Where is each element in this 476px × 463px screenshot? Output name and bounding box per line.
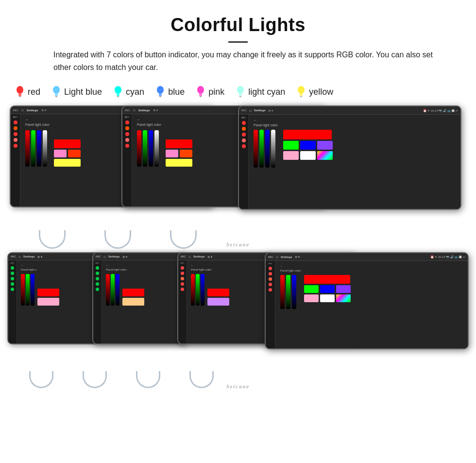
b1-home: ⌂ xyxy=(18,255,21,259)
t2-dot2 xyxy=(125,126,129,130)
b1-sw2 xyxy=(37,298,59,306)
b4-sl-r xyxy=(280,275,285,309)
svg-rect-7 xyxy=(117,94,119,96)
t3-dot5 xyxy=(242,144,246,148)
svg-rect-4 xyxy=(55,94,58,96)
color-label-red: red xyxy=(28,87,40,97)
color-item-pink: pink xyxy=(195,85,224,99)
b4-home: ⌂ xyxy=(276,255,278,259)
svg-rect-20 xyxy=(300,96,302,97)
svg-rect-2 xyxy=(19,96,21,97)
bulb-icon-lightblue xyxy=(51,85,62,99)
b2-sw1 xyxy=(122,289,144,296)
t3-back: ← xyxy=(254,119,456,122)
t1-slider-b xyxy=(37,130,41,167)
svg-point-9 xyxy=(157,86,164,94)
t1-slider-w xyxy=(43,130,47,167)
b4-d3 xyxy=(269,277,272,281)
t2-swatch-red xyxy=(166,139,192,148)
b3-d1 xyxy=(181,266,184,270)
t3-mic: MIC xyxy=(241,109,247,112)
t2-slider-b xyxy=(149,130,153,167)
color-label-yellow: yellow xyxy=(309,87,333,97)
t1-slider-r xyxy=(25,130,30,167)
svg-point-12 xyxy=(197,86,204,94)
color-item-lightblue: Light blue xyxy=(51,85,102,99)
t1-side-dot2 xyxy=(14,126,17,130)
t2-swatch-pink xyxy=(166,150,178,157)
t2-icons: ⚙ ✦ xyxy=(153,108,159,112)
t1-side-dot4 xyxy=(14,138,17,142)
b1-ret: RET xyxy=(11,262,15,264)
b2-d4 xyxy=(96,282,99,286)
t3-gear: ⚙ ✦ xyxy=(268,109,274,112)
t3-dot1 xyxy=(242,121,246,125)
b3-home: ⌂ xyxy=(188,255,191,259)
svg-rect-1 xyxy=(18,94,21,96)
t3-sw-green xyxy=(283,141,299,150)
t3-dot3 xyxy=(242,133,246,137)
bottom-screen-4: MIC ⌂ Settings ⚙ ✦ ⏰ ✦ 20:24 📷 🔊 📺 🔲 ↩ R… xyxy=(265,252,469,349)
svg-rect-19 xyxy=(300,94,303,96)
t2-dot1 xyxy=(125,120,129,124)
top-screen-3: MIC ⌂ Settings ⚙ ✦ ⏰ ✦ 20:24 📷 🔊 📺 🔲 ↩ M… xyxy=(238,105,461,210)
b4-sw-b xyxy=(320,285,335,293)
b4-sw-red xyxy=(304,275,350,284)
b3-ret: RET xyxy=(181,262,185,264)
t3-sl-r xyxy=(254,130,258,168)
svg-rect-14 xyxy=(200,96,202,97)
svg-rect-5 xyxy=(55,96,57,97)
b4-sl-b xyxy=(292,275,296,309)
t2-swatch-yellow xyxy=(166,159,192,167)
b1-d1 xyxy=(11,266,14,270)
title-divider xyxy=(228,41,248,43)
t3-sl-w xyxy=(271,130,275,168)
b2-mic: MIC xyxy=(96,255,101,258)
t3-panel-label: Panel light color xyxy=(254,123,456,127)
description-text: Integrated with 7 colors of button indic… xyxy=(39,49,437,73)
svg-rect-13 xyxy=(199,94,202,96)
t1-side-dot1 xyxy=(14,120,17,124)
svg-point-15 xyxy=(237,86,244,94)
color-indicators-row: red Light blue cyan xyxy=(0,85,476,105)
t2-dot4 xyxy=(125,138,129,142)
b1-mic: MIC xyxy=(11,255,16,258)
t1-gear-icon: ⚙ ✦ xyxy=(41,108,47,112)
b3-sw1 xyxy=(207,289,229,296)
b1-sl-g xyxy=(26,274,30,306)
t3-sw-pink xyxy=(283,151,299,160)
cable-top-1 xyxy=(39,230,66,249)
t2-swatch-org xyxy=(180,150,192,157)
top-screens-row: MIC ⌂ Settings ⚙ ✦ ⏰ ✦ RET xyxy=(10,105,466,249)
t1-side-dot5 xyxy=(14,144,17,148)
b2-sl-b xyxy=(116,274,119,306)
b4-icons: ⚙ ✦ xyxy=(295,255,301,258)
b2-d5 xyxy=(96,288,99,291)
page-header: Colorful Lights Integrated with 7 colors… xyxy=(0,0,476,85)
b3-icons: ⚙ ✦ xyxy=(207,255,213,258)
b2-ret: RET xyxy=(96,262,100,264)
svg-point-18 xyxy=(298,86,305,94)
b4-sw-p xyxy=(336,285,351,293)
t2-slider-w xyxy=(154,130,159,167)
cable-top-3 xyxy=(170,230,197,249)
b3-sl-g xyxy=(196,274,200,306)
b2-d1 xyxy=(96,266,99,270)
t1-swatch-yellow xyxy=(54,159,81,167)
t3-sw-multi xyxy=(317,151,333,160)
cable-bot-4 xyxy=(189,371,214,388)
svg-point-3 xyxy=(53,86,60,94)
t1-side-dot3 xyxy=(14,132,17,136)
bulb-icon-lightcyan xyxy=(235,85,246,99)
b4-back: ← xyxy=(280,265,463,268)
t2-side-ret: RET xyxy=(125,116,130,119)
b2-icons: ⚙ ✦ xyxy=(122,255,128,258)
b3-d2 xyxy=(181,272,184,275)
svg-rect-11 xyxy=(159,96,161,97)
cable-top-2 xyxy=(104,230,131,249)
color-item-cyan: cyan xyxy=(113,85,144,99)
b2-d2 xyxy=(96,272,99,275)
t3-home: ⌂ xyxy=(249,108,252,113)
b4-label: Panel light color xyxy=(280,269,463,272)
b4-d2 xyxy=(269,272,272,275)
